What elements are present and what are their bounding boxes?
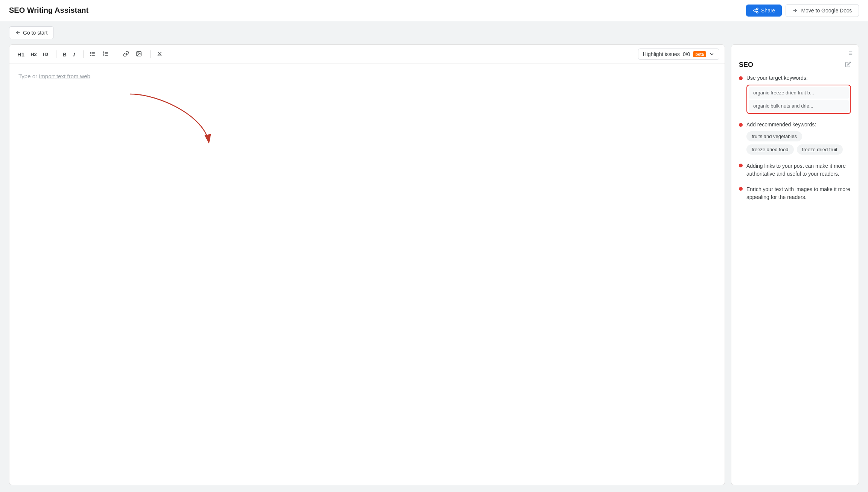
heading-group: H1 H2 H3 bbox=[15, 50, 51, 59]
header-actions: Share Move to Google Docs bbox=[746, 4, 859, 17]
images-tip-dot bbox=[739, 187, 743, 191]
links-tip-section: Adding links to your post can make it mo… bbox=[739, 162, 851, 178]
links-tip-text: Adding links to your post can make it mo… bbox=[746, 162, 851, 178]
edit-icon[interactable] bbox=[845, 61, 851, 69]
links-tip-content: Adding links to your post can make it mo… bbox=[746, 162, 851, 178]
chevron-down-icon bbox=[709, 52, 714, 57]
keyword-chip-3[interactable]: freeze dried fruit bbox=[797, 144, 843, 155]
recommended-keywords-dot bbox=[739, 123, 743, 127]
svg-point-20 bbox=[138, 53, 139, 53]
insert-group bbox=[120, 49, 145, 59]
editor-body[interactable]: Type or Import text from web bbox=[9, 64, 725, 485]
image-button[interactable] bbox=[133, 49, 145, 59]
svg-point-12 bbox=[90, 55, 91, 56]
h1-button[interactable]: H1 bbox=[15, 50, 27, 59]
h2-button[interactable]: H2 bbox=[28, 50, 40, 59]
ordered-list-button[interactable]: 123 bbox=[99, 49, 111, 59]
editor-panel: H1 H2 H3 B I 123 bbox=[9, 44, 725, 485]
arrow-left-icon bbox=[15, 30, 21, 35]
keyword-item-2[interactable]: organic bulk nuts and drie... bbox=[749, 100, 849, 112]
link-button[interactable] bbox=[120, 49, 132, 59]
google-docs-icon bbox=[793, 8, 799, 14]
unordered-list-button[interactable] bbox=[87, 49, 99, 59]
seo-panel-header-bar: ≡ bbox=[731, 45, 859, 57]
images-tip-section: Enrich your text with images to make it … bbox=[739, 185, 851, 201]
svg-point-10 bbox=[90, 52, 91, 53]
beta-badge: beta bbox=[693, 51, 706, 57]
formatting-group: B I bbox=[59, 50, 78, 59]
target-keywords-label: Use your target keywords: bbox=[746, 75, 851, 81]
svg-line-3 bbox=[755, 11, 757, 12]
main-content: H1 H2 H3 B I 123 bbox=[0, 44, 868, 492]
share-label: Share bbox=[761, 8, 775, 14]
italic-button[interactable]: I bbox=[70, 50, 78, 59]
svg-text:3: 3 bbox=[103, 54, 104, 56]
target-keywords-content: Use your target keywords: organic freeze… bbox=[746, 75, 851, 114]
share-button[interactable]: Share bbox=[746, 5, 782, 17]
target-keywords-section: Use your target keywords: organic freeze… bbox=[739, 75, 851, 114]
keyword-chip-1[interactable]: fruits and vegetables bbox=[746, 131, 802, 141]
go-to-start-button[interactable]: Go to start bbox=[9, 26, 54, 39]
toolbar-divider-3 bbox=[117, 50, 117, 58]
recommended-keywords-section: Add recommended keywords: fruits and veg… bbox=[739, 121, 851, 155]
seo-title-text: SEO bbox=[739, 61, 753, 69]
google-docs-button[interactable]: Move to Google Docs bbox=[786, 4, 859, 17]
images-tip-content: Enrich your text with images to make it … bbox=[746, 185, 851, 201]
toolbar-right: Highlight issues 0/0 beta bbox=[638, 49, 719, 60]
highlight-issues-button[interactable]: Highlight issues 0/0 beta bbox=[638, 49, 719, 60]
ordered-list-icon: 123 bbox=[102, 51, 108, 57]
link-icon bbox=[123, 51, 129, 57]
list-group: 123 bbox=[87, 49, 111, 59]
arrow-indicator bbox=[85, 87, 235, 162]
editor-toolbar: H1 H2 H3 B I 123 bbox=[9, 45, 725, 64]
svg-point-11 bbox=[90, 53, 91, 54]
go-to-start-label: Go to start bbox=[23, 30, 47, 36]
keyword-item-1[interactable]: organic freeze dried fruit b... bbox=[749, 87, 849, 99]
highlight-issues-label: Highlight issues bbox=[643, 51, 680, 57]
bold-button[interactable]: B bbox=[59, 50, 70, 59]
seo-panel-body: SEO Use your target keywords: organic fr… bbox=[731, 57, 859, 485]
sub-header: Go to start bbox=[0, 21, 868, 44]
image-icon bbox=[136, 51, 142, 57]
images-tip-text: Enrich your text with images to make it … bbox=[746, 185, 851, 201]
keyword-chip-2[interactable]: freeze dried food bbox=[746, 144, 794, 155]
seo-panel: ≡ SEO Use your target keywords: organic … bbox=[731, 44, 859, 485]
target-keywords-box: organic freeze dried fruit b... organic … bbox=[746, 85, 851, 114]
h3-button[interactable]: H3 bbox=[40, 50, 51, 58]
seo-section-title: SEO bbox=[739, 61, 851, 69]
clear-format-button[interactable] bbox=[154, 49, 166, 59]
unordered-list-icon bbox=[90, 51, 96, 57]
links-tip-dot bbox=[739, 164, 743, 167]
menu-icon[interactable]: ≡ bbox=[848, 49, 853, 57]
google-docs-label: Move to Google Docs bbox=[801, 8, 852, 14]
toolbar-divider-2 bbox=[83, 50, 84, 58]
highlight-count: 0/0 bbox=[683, 51, 690, 57]
clear-format-icon bbox=[157, 51, 163, 57]
svg-line-4 bbox=[755, 9, 757, 10]
recommended-keywords-label: Add recommended keywords: bbox=[746, 121, 851, 128]
top-header: SEO Writing Assistant Share Move to Goog… bbox=[0, 0, 868, 21]
target-keywords-dot bbox=[739, 76, 743, 80]
keyword-chips: fruits and vegetables freeze dried food … bbox=[746, 131, 851, 155]
app-title: SEO Writing Assistant bbox=[9, 6, 88, 15]
recommended-keywords-content: Add recommended keywords: fruits and veg… bbox=[746, 121, 851, 155]
toolbar-divider-4 bbox=[150, 50, 151, 58]
editor-placeholder: Type or Import text from web bbox=[18, 73, 716, 79]
share-icon bbox=[753, 8, 759, 14]
toolbar-divider-1 bbox=[56, 50, 56, 58]
import-text-link[interactable]: Import text from web bbox=[39, 73, 90, 79]
